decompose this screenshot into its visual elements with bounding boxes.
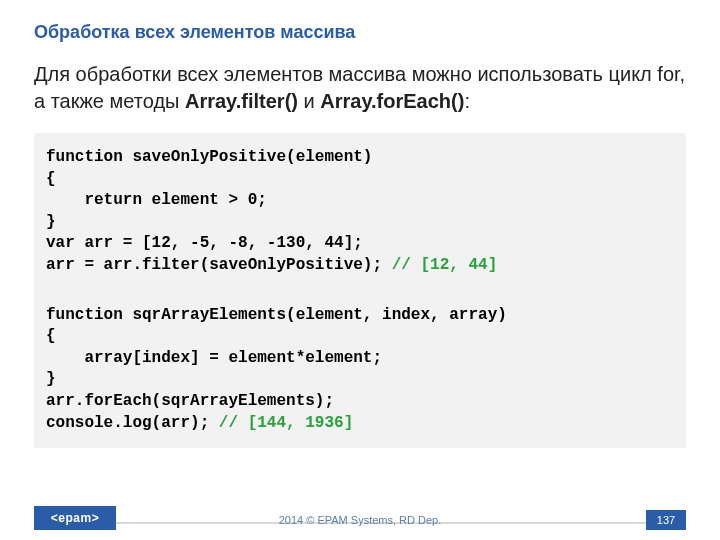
footer: <epam> 2014 © EPAM Systems, RD Dep. 137 [0, 502, 720, 530]
body-paragraph: Для обработки всех элементов массива мож… [34, 61, 686, 115]
code-line: array[index] = element*element; [46, 349, 382, 367]
code-comment: // [12, 44] [392, 256, 498, 274]
body-mid: и [298, 90, 320, 112]
slide-title: Обработка всех элементов массива [34, 22, 686, 43]
code-line: var arr = [12, -5, -8, -130, 44]; [46, 234, 363, 252]
code-line: arr.forEach(sqrArrayElements); [46, 392, 334, 410]
code-line: function saveOnlyPositive(element) [46, 148, 372, 166]
code-line: console.log(arr); [46, 414, 219, 432]
code-line: function sqrArrayElements(element, index… [46, 306, 507, 324]
code-line: { [46, 327, 56, 345]
code-spacer [46, 277, 674, 305]
body-bold-1: Array.filter() [185, 90, 298, 112]
code-block: function saveOnlyPositive(element) { ret… [34, 133, 686, 448]
code-comment: // [144, 1936] [219, 414, 353, 432]
body-post: : [464, 90, 470, 112]
code-line: return element > 0; [46, 191, 267, 209]
code-line: } [46, 213, 56, 231]
code-line: arr = arr.filter(saveOnlyPositive); [46, 256, 392, 274]
page-number: 137 [646, 510, 686, 530]
code-line: { [46, 170, 56, 188]
code-line: } [46, 370, 56, 388]
slide: Обработка всех элементов массива Для обр… [0, 0, 720, 540]
footer-copyright: 2014 © EPAM Systems, RD Dep. [0, 514, 720, 526]
body-bold-2: Array.forEach() [320, 90, 464, 112]
